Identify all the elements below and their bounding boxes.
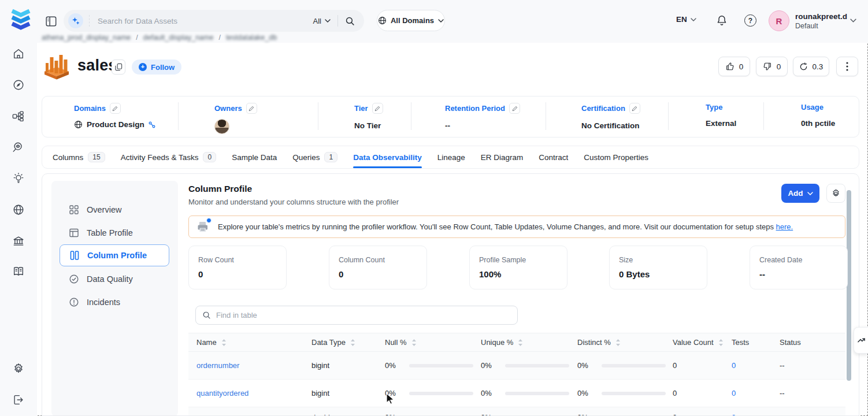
column-name-link[interactable]: quantityordered bbox=[196, 389, 248, 398]
find-in-table[interactable] bbox=[195, 306, 518, 325]
add-label: Add bbox=[788, 189, 803, 198]
sidebar-item-home[interactable] bbox=[12, 47, 25, 60]
sort-icon[interactable] bbox=[615, 339, 621, 347]
breadcrumb-segment[interactable]: testdatalake_db bbox=[226, 34, 277, 42]
edit-owners-button[interactable] bbox=[246, 103, 257, 114]
search-scope-dropdown[interactable]: All bbox=[313, 17, 331, 25]
app-logo[interactable] bbox=[9, 7, 32, 34]
subnav-item-overview[interactable]: Overview bbox=[51, 198, 178, 221]
column-header-label: Status bbox=[780, 338, 801, 347]
edit-domains-button[interactable] bbox=[110, 103, 121, 114]
table-row[interactable]: double 0% 0% 0% 0 0 -- bbox=[188, 407, 845, 416]
edit-retention-button[interactable] bbox=[509, 103, 520, 114]
cell-tests-link[interactable]: 0 bbox=[732, 389, 736, 398]
tab-columns[interactable]: Columns15 bbox=[53, 146, 105, 168]
cell-tests-link[interactable]: 0 bbox=[732, 361, 736, 370]
copy-name-button[interactable] bbox=[112, 60, 125, 75]
subnav-item-column-profile[interactable]: Column Profile bbox=[60, 244, 169, 266]
side-drawer-handle[interactable] bbox=[854, 327, 868, 354]
sidebar-item-explore[interactable] bbox=[12, 79, 25, 91]
edit-tier-button[interactable] bbox=[372, 103, 383, 114]
upvote-button[interactable]: 0 bbox=[718, 57, 750, 76]
subnav-item-table-profile[interactable]: Table Profile bbox=[51, 221, 178, 244]
app-screen: All All Domains EN ? R rounakpreet.d Def… bbox=[0, 0, 868, 416]
table-row[interactable]: ordernumber bigint 0% 0% 0% 0 0 -- bbox=[188, 352, 845, 380]
sort-icon[interactable] bbox=[518, 339, 523, 347]
type-label: Type bbox=[706, 103, 722, 112]
column-header-distinct[interactable]: Distinct % bbox=[577, 338, 673, 347]
tab-queries[interactable]: Queries1 bbox=[292, 146, 337, 168]
tab-custom-properties[interactable]: Custom Properties bbox=[584, 146, 648, 168]
banner-docs-link[interactable]: here. bbox=[776, 222, 793, 231]
sort-icon[interactable] bbox=[221, 339, 227, 347]
language-selector[interactable]: EN bbox=[676, 15, 696, 24]
user-menu[interactable]: rounakpreet.d Default bbox=[795, 12, 847, 31]
column-header-null[interactable]: Null % bbox=[385, 338, 481, 347]
column-header-unique[interactable]: Unique % bbox=[481, 338, 577, 347]
sidebar-toggle-button[interactable] bbox=[46, 16, 57, 27]
domains-value[interactable]: Product Design bbox=[87, 120, 144, 129]
tab-activity-feeds[interactable]: Activity Feeds & Tasks0 bbox=[121, 146, 216, 168]
sidebar-item-domains[interactable] bbox=[12, 203, 25, 216]
downvote-button[interactable]: 0 bbox=[756, 57, 788, 76]
sidebar-item-logout[interactable] bbox=[12, 393, 25, 406]
edit-certification-button[interactable] bbox=[629, 103, 640, 114]
column-header-name[interactable]: Name bbox=[188, 338, 311, 347]
ai-sparkle-icon[interactable] bbox=[68, 13, 83, 28]
tab-contract[interactable]: Contract bbox=[539, 146, 568, 168]
metadata-strip: Domains Product Design Owners Tier No Ti… bbox=[42, 96, 859, 138]
column-header-value-count[interactable]: Value Count bbox=[673, 338, 732, 347]
search-input[interactable] bbox=[98, 17, 313, 25]
sidebar-item-lineage[interactable] bbox=[12, 110, 25, 122]
sidebar-item-observability[interactable] bbox=[12, 141, 25, 154]
follow-button[interactable]: + Follow bbox=[132, 60, 181, 75]
tab-lineage[interactable]: Lineage bbox=[437, 146, 465, 168]
domains-filter-dropdown[interactable]: All Domains bbox=[377, 10, 445, 31]
sidebar-item-insights[interactable] bbox=[12, 172, 25, 185]
tab-er-diagram[interactable]: ER Diagram bbox=[481, 146, 524, 168]
breadcrumb-segment[interactable]: default_display_name bbox=[143, 34, 214, 42]
section-subtitle: Monitor and understand your columns stru… bbox=[188, 198, 399, 206]
link-icon[interactable] bbox=[149, 121, 155, 128]
sort-icon[interactable] bbox=[411, 339, 417, 347]
tab-data-observability[interactable]: Data Observability bbox=[353, 146, 422, 168]
column-header-label: Null % bbox=[385, 338, 407, 347]
notifications-button[interactable] bbox=[716, 14, 728, 27]
tab-label: Custom Properties bbox=[584, 153, 648, 162]
gear-icon bbox=[831, 188, 841, 198]
breadcrumb-segment[interactable]: athena_prod_display_name bbox=[42, 34, 131, 42]
profiler-settings-button[interactable] bbox=[826, 184, 845, 203]
sidebar-item-settings[interactable] bbox=[12, 362, 25, 375]
global-search[interactable]: All bbox=[64, 10, 364, 32]
user-menu-chevron[interactable] bbox=[850, 18, 856, 23]
sort-icon[interactable] bbox=[350, 339, 355, 347]
subnav-item-incidents[interactable]: Incidents bbox=[51, 291, 178, 314]
column-header-status[interactable]: Status bbox=[780, 338, 845, 347]
help-button[interactable]: ? bbox=[744, 14, 756, 27]
column-header-tests[interactable]: Tests bbox=[732, 338, 780, 347]
table-row[interactable]: quantityordered bigint 0% 0% 0% 0 0 -- bbox=[188, 380, 845, 407]
column-name-link[interactable]: ordernumber bbox=[196, 361, 239, 370]
sidebar-item-govern[interactable] bbox=[12, 235, 25, 247]
search-divider bbox=[89, 15, 90, 27]
add-button[interactable]: Add bbox=[781, 184, 819, 203]
breadcrumb[interactable]: athena_prod_display_name / default_displ… bbox=[42, 34, 277, 42]
column-header-data-type[interactable]: Data Type bbox=[311, 338, 385, 347]
search-icon bbox=[345, 16, 355, 26]
subnav-item-data-quality[interactable]: Data Quality bbox=[51, 268, 178, 291]
stat-value: 0 bbox=[198, 269, 277, 279]
more-actions-button[interactable] bbox=[836, 57, 858, 76]
find-in-table-input[interactable] bbox=[216, 311, 511, 320]
version-button[interactable]: 0.3 bbox=[793, 57, 829, 76]
globe-icon bbox=[12, 203, 25, 216]
owner-avatar[interactable] bbox=[214, 119, 229, 134]
user-team: Default bbox=[795, 21, 847, 31]
sidebar-item-glossary[interactable] bbox=[12, 265, 25, 278]
avatar[interactable]: R bbox=[769, 10, 789, 31]
sort-icon[interactable] bbox=[718, 339, 724, 347]
search-submit-button[interactable] bbox=[345, 16, 355, 26]
cell-tests-link[interactable]: 0 bbox=[732, 413, 736, 416]
chevron-down-icon bbox=[691, 18, 696, 21]
tab-sample-data[interactable]: Sample Data bbox=[232, 146, 277, 168]
divider bbox=[178, 102, 179, 130]
